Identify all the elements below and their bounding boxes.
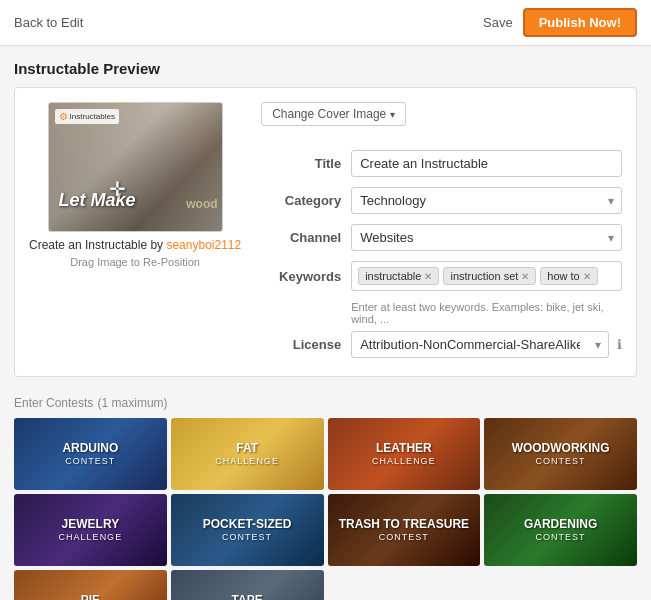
contest-label-pie: PIECONTEST	[61, 589, 119, 600]
contest-label-trash: TRASH TO TREASURECONTEST	[335, 513, 473, 546]
back-to-edit-link[interactable]: Back to Edit	[14, 15, 83, 30]
contest-sub-pocket: CONTEST	[203, 532, 292, 543]
back-link-wrap: Back to Edit	[14, 15, 83, 30]
publish-now-button[interactable]: Publish Now!	[523, 8, 637, 37]
preview-caption: Create an Instructable by seanyboi2112	[29, 238, 241, 252]
top-bar-actions: Save Publish Now!	[483, 8, 637, 37]
contest-item-tape[interactable]: TAPECONTEST	[171, 570, 324, 600]
keywords-label: Keywords	[261, 269, 341, 284]
title-row: Title	[261, 150, 622, 177]
preview-left: ⚙ Instructables Let Make ✛ wood Create a…	[29, 102, 241, 362]
license-info-icon[interactable]: ℹ	[617, 337, 622, 352]
contest-label-woodworking: WOODWORKINGCONTEST	[508, 437, 614, 470]
contest-sub-jewelry: CHALLENGE	[59, 532, 123, 543]
contest-label-arduino: ARDUINOCONTEST	[58, 437, 122, 470]
keyword-text-2: instruction set	[450, 270, 518, 282]
contest-item-trash[interactable]: TRASH TO TREASURECONTEST	[328, 494, 481, 566]
save-button[interactable]: Save	[483, 15, 513, 30]
license-label: License	[261, 337, 341, 352]
drag-hint: Drag Image to Re-Position	[70, 256, 200, 268]
contest-item-jewelry[interactable]: JEWELRYCHALLENGE	[14, 494, 167, 566]
caption-author[interactable]: seanyboi2112	[166, 238, 241, 252]
change-cover-image-button[interactable]: Change Cover Image	[261, 102, 406, 126]
contest-label-gardening: GARDENINGCONTEST	[520, 513, 601, 546]
preview-form: Change Cover Image Title Category Techno…	[261, 102, 622, 362]
category-label: Category	[261, 193, 341, 208]
category-row: Category Technology Circuits Workshop Cr…	[261, 187, 622, 214]
channel-select-wrap: Websites Computers Software Electronics …	[351, 224, 622, 251]
logo-text: Instructables	[70, 112, 115, 121]
contests-max-label: (1 maximum)	[98, 396, 168, 410]
category-select-wrap: Technology Circuits Workshop Craft Cooki…	[351, 187, 622, 214]
title-label: Title	[261, 156, 341, 171]
contest-item-fat[interactable]: FATCHALLENGE	[171, 418, 324, 490]
keyword-text-3: how to	[547, 270, 579, 282]
contest-label-jewelry: JEWELRYCHALLENGE	[55, 513, 127, 546]
license-select[interactable]: Attribution-NonCommercial-ShareAlike Att…	[351, 331, 609, 358]
keywords-box[interactable]: instructable ✕ instruction set ✕ how to …	[351, 261, 622, 291]
keyword-remove-2[interactable]: ✕	[521, 271, 529, 282]
instructables-logo: ⚙ Instructables	[55, 109, 119, 124]
channel-label: Channel	[261, 230, 341, 245]
keyword-remove-3[interactable]: ✕	[583, 271, 591, 282]
title-input[interactable]	[351, 150, 622, 177]
keywords-row: Keywords instructable ✕ instruction set …	[261, 261, 622, 291]
contest-sub-trash: CONTEST	[339, 532, 469, 543]
contest-label-leather: LEATHERCHALLENGE	[368, 437, 440, 470]
contest-item-pie[interactable]: PIECONTEST	[14, 570, 167, 600]
license-row: License Attribution-NonCommercial-ShareA…	[261, 331, 622, 358]
contest-sub-gardening: CONTEST	[524, 532, 597, 543]
keyword-remove-1[interactable]: ✕	[424, 271, 432, 282]
contest-sub-arduino: CONTEST	[62, 456, 118, 467]
contest-item-leather[interactable]: LEATHERCHALLENGE	[328, 418, 481, 490]
move-cursor-icon: ✛	[109, 177, 126, 201]
caption-by: by	[150, 238, 166, 252]
contests-section: Enter Contests (1 maximum) ARDUINOCONTES…	[14, 393, 637, 600]
top-bar: Back to Edit Save Publish Now!	[0, 0, 651, 46]
keyword-text-1: instructable	[365, 270, 421, 282]
contest-item-arduino[interactable]: ARDUINOCONTEST	[14, 418, 167, 490]
contests-grid: ARDUINOCONTEST FATCHALLENGE LEATHERCHALL…	[14, 418, 637, 600]
contest-label-pocket: POCKET-SIZEDCONTEST	[199, 513, 296, 546]
keyword-tag-2: instruction set ✕	[443, 267, 536, 285]
contests-label: Enter Contests (1 maximum)	[14, 393, 637, 410]
license-select-wrap: Attribution-NonCommercial-ShareAlike Att…	[351, 331, 609, 358]
preview-box: ⚙ Instructables Let Make ✛ wood Create a…	[14, 87, 637, 377]
channel-select[interactable]: Websites Computers Software Electronics	[351, 224, 622, 251]
main-content: Instructable Preview ⚙ Instructables Let…	[0, 46, 651, 600]
contest-label-fat: FATCHALLENGE	[211, 437, 283, 470]
contest-sub-woodworking: CONTEST	[512, 456, 610, 467]
contest-item-woodworking[interactable]: WOODWORKINGCONTEST	[484, 418, 637, 490]
keyword-tag-3: how to ✕	[540, 267, 597, 285]
keyword-tag-1: instructable ✕	[358, 267, 439, 285]
keywords-hint: Enter at least two keywords. Examples: b…	[351, 301, 622, 325]
contest-item-pocket[interactable]: POCKET-SIZEDCONTEST	[171, 494, 324, 566]
cover-image: ⚙ Instructables Let Make ✛ wood	[48, 102, 223, 232]
contest-sub-fat: CHALLENGE	[215, 456, 279, 467]
instructables-icon: ⚙	[59, 111, 68, 122]
wood-text: wood	[186, 197, 217, 211]
contest-label-tape: TAPECONTEST	[218, 589, 276, 600]
channel-row: Channel Websites Computers Software Elec…	[261, 224, 622, 251]
contest-sub-leather: CHALLENGE	[372, 456, 436, 467]
preview-section-title: Instructable Preview	[14, 60, 637, 77]
category-select[interactable]: Technology Circuits Workshop Craft Cooki…	[351, 187, 622, 214]
caption-title: Create an Instructable	[29, 238, 147, 252]
contest-item-gardening[interactable]: GARDENINGCONTEST	[484, 494, 637, 566]
